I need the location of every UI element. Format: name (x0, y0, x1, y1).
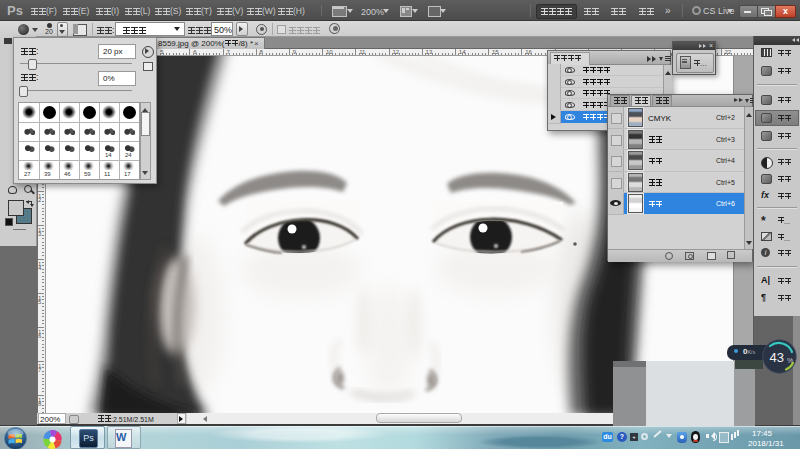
svg-text:%: % (787, 357, 793, 364)
svg-text:43: 43 (770, 350, 784, 365)
